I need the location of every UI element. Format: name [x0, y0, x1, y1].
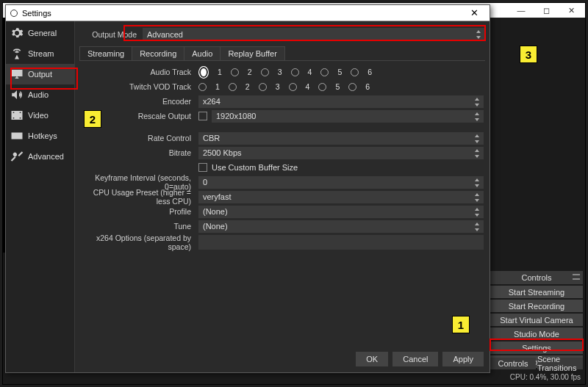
audio-track-3[interactable] — [261, 68, 269, 76]
chevron-updown-icon — [473, 223, 481, 231]
grip-icon — [573, 274, 580, 280]
start-streaming-button[interactable]: Start Streaming — [490, 286, 583, 298]
profile-label: Profile — [79, 207, 198, 216]
dialog-title: Settings — [22, 9, 51, 18]
audio-track-group[interactable]: 1 2 3 4 5 6 — [198, 66, 373, 79]
x264-options-input[interactable] — [198, 235, 484, 250]
audio-track-label: Audio Track — [79, 68, 198, 76]
dialog-footer: OK Cancel Apply — [356, 352, 484, 366]
twitch-track-2[interactable] — [229, 83, 237, 91]
sidebar-item-advanced[interactable]: Advanced — [6, 146, 74, 167]
rescale-select: 1920x1080 — [212, 110, 484, 123]
chevron-updown-icon — [473, 193, 481, 202]
twitch-track-label: Twitch VOD Track — [79, 82, 198, 91]
twitch-track-1[interactable] — [198, 83, 207, 91]
settings-dialog: Settings ✕ General Stream Output Audio — [5, 4, 490, 373]
chevron-updown-icon — [473, 98, 481, 106]
tab-scene-transitions[interactable]: Scene Transitions — [537, 358, 583, 369]
annotation-box-output-mode — [123, 25, 486, 41]
maximize-button[interactable]: ◻ — [534, 4, 559, 17]
tab-controls[interactable]: Controls — [490, 358, 536, 369]
tab-replay-buffer[interactable]: Replay Buffer — [220, 46, 284, 60]
video-icon — [10, 109, 24, 122]
output-tabs: Streaming Recording Audio Replay Buffer — [79, 46, 485, 61]
streaming-form: Audio Track 1 2 3 4 5 6 Twitch VOD Track… — [79, 64, 485, 250]
twitch-track-3[interactable] — [259, 83, 267, 91]
encoder-select[interactable]: x264 — [198, 95, 484, 108]
callout-3: 3 — [520, 46, 537, 63]
cpu-preset-select[interactable]: veryfast — [198, 191, 484, 203]
cancel-button[interactable]: Cancel — [392, 352, 438, 366]
x264-options-label: x264 Options (separated by space) — [79, 234, 198, 251]
speaker-icon — [10, 88, 24, 101]
sidebar-item-hotkeys[interactable]: Hotkeys — [6, 126, 74, 146]
sidebar-item-video[interactable]: Video — [6, 105, 74, 126]
callout-2: 2 — [84, 110, 101, 128]
dialog-close-button[interactable]: ✕ — [463, 7, 485, 18]
rate-control-select[interactable]: CBR — [198, 132, 484, 145]
minimize-button[interactable]: — — [509, 4, 534, 17]
tab-recording[interactable]: Recording — [132, 46, 184, 60]
sidebar-item-general[interactable]: General — [6, 23, 74, 43]
cpu-preset-label: CPU Usage Preset (higher = less CPU) — [79, 188, 198, 206]
controls-header-label: Controls — [522, 273, 552, 282]
audio-track-1[interactable] — [198, 66, 209, 79]
annotation-box-output-nav — [10, 68, 78, 90]
keyboard-icon — [10, 129, 24, 142]
bitrate-label: Bitrate — [79, 148, 198, 157]
spinner-icon[interactable] — [473, 178, 481, 187]
chevron-updown-icon — [473, 112, 481, 121]
annotation-box-settings-btn — [490, 339, 584, 351]
tab-audio[interactable]: Audio — [184, 46, 220, 60]
sidebar-item-stream[interactable]: Stream — [6, 43, 74, 64]
status-bar: CPU: 0.4%, 30.00 fps — [510, 373, 581, 381]
twitch-track-4[interactable] — [289, 83, 297, 91]
twitch-track-6[interactable] — [348, 83, 356, 91]
custom-buffer-checkbox[interactable] — [198, 163, 207, 172]
audio-track-5[interactable] — [320, 68, 329, 76]
audio-track-6[interactable] — [351, 68, 359, 76]
twitch-track-group[interactable]: 1 2 3 4 5 6 — [198, 82, 371, 91]
dialog-body: General Stream Output Audio Video Hotkey… — [6, 21, 490, 372]
controls-header: Controls — [490, 271, 583, 284]
apply-button[interactable]: Apply — [442, 352, 484, 366]
gear-icon — [10, 26, 24, 40]
tune-select[interactable]: (None) — [198, 220, 484, 233]
tab-streaming[interactable]: Streaming — [79, 46, 132, 60]
start-virtual-camera-button[interactable]: Start Virtual Camera — [490, 314, 583, 326]
close-button[interactable]: ✕ — [559, 4, 584, 17]
chevron-updown-icon — [473, 134, 481, 143]
custom-buffer-label: Use Custom Buffer Size — [212, 163, 298, 172]
app-icon — [10, 10, 18, 17]
dialog-titlebar[interactable]: Settings ✕ — [6, 5, 490, 21]
tools-icon — [10, 150, 24, 163]
spinner-icon[interactable] — [473, 149, 481, 158]
keyframe-input[interactable]: 0 — [198, 176, 484, 189]
audio-track-4[interactable] — [291, 68, 299, 76]
bitrate-input[interactable]: 2500 Kbps — [198, 147, 484, 159]
ok-button[interactable]: OK — [356, 352, 388, 366]
rate-control-label: Rate Control — [79, 134, 198, 142]
twitch-track-5[interactable] — [318, 83, 326, 91]
chevron-updown-icon — [473, 208, 481, 217]
callout-1: 1 — [452, 316, 470, 333]
profile-select[interactable]: (None) — [198, 206, 484, 218]
antenna-icon — [10, 47, 24, 60]
encoder-label: Encoder — [79, 97, 198, 106]
settings-content: Output Mode Advanced Streaming Recording… — [75, 21, 490, 372]
start-recording-button[interactable]: Start Recording — [490, 300, 583, 312]
audio-track-2[interactable] — [231, 68, 239, 76]
rescale-checkbox[interactable] — [198, 112, 207, 120]
tune-label: Tune — [79, 222, 198, 231]
bottom-tabs: Controls Scene Transitions — [490, 358, 583, 369]
